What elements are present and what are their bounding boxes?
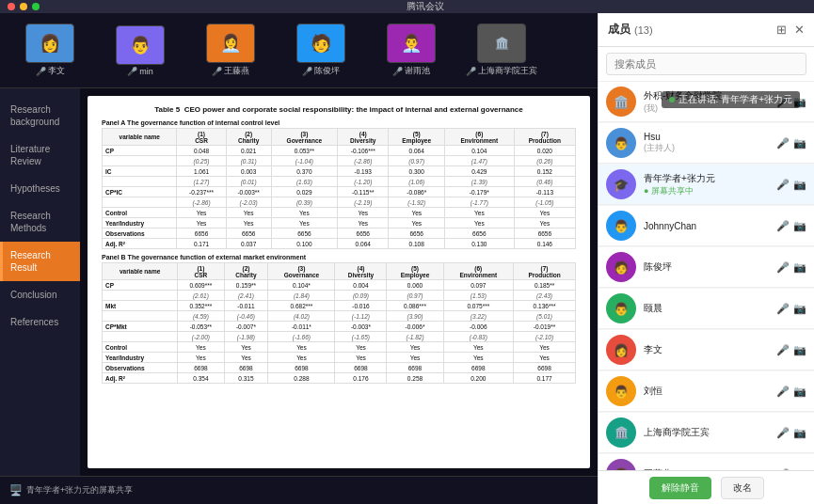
table-row: Year/Industry YesYesYesYesYesYesYes: [103, 218, 576, 228]
minimize-button[interactable]: [20, 3, 27, 10]
screen-share-info: 🖥️ 青年学者+张力元的屏幕共享: [9, 484, 133, 496]
member-name: Hsu: [644, 132, 769, 142]
participant-name: 🎤陈俊坪: [302, 65, 340, 77]
avatar: 👩: [25, 24, 74, 63]
avatar: 👨: [606, 293, 636, 323]
list-item: 👨 颐晨 🎤 📷: [599, 289, 814, 329]
participant-thumb: 👨 🎤min: [98, 25, 183, 76]
list-item: 👨 JohnnyChan 🎤 📷: [599, 206, 814, 246]
sidebar-item-literature[interactable]: Literature Review: [0, 135, 80, 175]
camera-icon: 📷: [793, 220, 806, 232]
unmute-button[interactable]: 解除静音: [649, 477, 711, 499]
close-icon[interactable]: ✕: [794, 23, 805, 37]
sidebar-item-references[interactable]: References: [0, 308, 80, 336]
participant-name: 🎤李文: [36, 65, 65, 77]
col-header: (7)Production: [514, 263, 576, 280]
mic-icon: 🎤: [776, 261, 790, 274]
table-row: (2.61)(2.41)(1.84)(0.09)(0.97)(1.53)(2.4…: [103, 291, 576, 301]
avatar: 👨: [116, 25, 165, 65]
camera-icon: 📷: [793, 386, 806, 398]
avatar: 🏛️: [606, 87, 636, 117]
member-name: 刘恒: [644, 385, 769, 398]
member-name: JohnnyChan: [644, 221, 769, 231]
left-area: 👩 🎤李文 👨 🎤min 👩‍💼 🎤王藤燕 🧑 🎤陈俊坪 👨‍💼 🎤谢雨池: [0, 13, 598, 504]
sidebar-item-conclusion[interactable]: Conclusion: [0, 281, 80, 308]
expand-icon[interactable]: ⊞: [776, 23, 787, 37]
list-item: 👨 刘恒 🎤 📷: [599, 371, 814, 412]
mic-icon: 🎤: [776, 137, 790, 150]
panel-header: 成员 (13) ⊞ ✕: [599, 13, 814, 47]
col-header: (4)Diversity: [335, 263, 387, 280]
active-speaker-banner: 正在讲话: 青年学者+张力元: [662, 91, 800, 108]
member-role: (主持人): [644, 142, 769, 154]
table-row: CP 0.0480.0210.053**-0.106***0.0640.1040…: [103, 146, 576, 156]
col-header: (4)Diversity: [338, 129, 389, 146]
mic-icon: 🎤: [466, 67, 476, 76]
sidebar-item-hypotheses[interactable]: Hypotheses: [0, 175, 80, 202]
mic-icon: 🎤: [776, 386, 790, 398]
member-name: 颐晨: [644, 302, 769, 315]
member-icons: 🎤 📷: [776, 427, 806, 439]
slide-sidebar: Research background Literature Review Hy…: [0, 88, 80, 476]
list-item: 🧑 陈俊坪 🎤 📷: [599, 247, 814, 288]
maximize-button[interactable]: [32, 3, 40, 10]
app-title: 腾讯会议: [44, 0, 806, 13]
mic-icon: 🎤: [776, 303, 790, 315]
camera-icon: 📷: [793, 303, 806, 315]
mic-icon: 🎤: [776, 427, 790, 439]
panel-icons: ⊞ ✕: [776, 23, 805, 37]
sidebar-item-research-bg[interactable]: Research background: [0, 96, 80, 135]
col-header: (3)Governance: [268, 263, 335, 280]
screen-share-icon: 🖥️: [9, 484, 23, 496]
panel-b-table: variable name (1)CSR (2)Charity (3)Gover…: [102, 262, 576, 384]
member-name: 上海商学院王宾: [644, 426, 769, 439]
table-row: Mkt 0.352***-0.0110.682***-0.0160.086***…: [103, 301, 576, 311]
sidebar-item-result[interactable]: Research Result: [0, 242, 80, 281]
col-header: (6)Environment: [443, 263, 514, 280]
member-info: 上海商学院王宾: [644, 426, 769, 439]
list-item: 🎓 青年学者+张力元 ● 屏幕共享中 🎤 📷: [599, 165, 814, 205]
participant-name: 🎤王藤燕: [212, 65, 249, 77]
list-item: 👩 王藤燕 🎤 📷: [599, 454, 814, 470]
close-button[interactable]: [8, 3, 15, 10]
title-bar: 腾讯会议: [0, 0, 814, 13]
active-speaker-text: 正在讲话: 青年学者+张力元: [678, 93, 792, 106]
mic-icon: 🎤: [212, 67, 222, 76]
col-header: (1)CSR: [177, 129, 226, 146]
bottom-controls: 解除静音 改名: [599, 470, 814, 504]
col-header: (3)Governance: [271, 129, 337, 146]
avatar: 👨: [606, 376, 636, 406]
participant-thumb: 🏛️ 🎤上海商学院王宾: [459, 24, 544, 77]
member-icons: 🎤 📷: [776, 261, 806, 274]
col-header: (7)Production: [514, 129, 575, 146]
mic-icon: 🎤: [392, 67, 403, 76]
avatar: 🎓: [606, 169, 636, 199]
participant-name: 🎤上海商学院王宾: [466, 65, 537, 77]
mic-icon: 🎤: [776, 344, 790, 356]
avatar: 🧑: [296, 24, 345, 63]
search-input[interactable]: [606, 53, 806, 75]
table-row: CP*IC -0.237***-0.003**0.029-0.115**-0.0…: [103, 187, 576, 197]
panel-a-table: variable name (1)CSR (2)Charity (3)Gover…: [102, 128, 576, 249]
member-info: Hsu (主持人): [644, 132, 769, 154]
member-info: 陈俊坪: [644, 260, 769, 274]
member-info: 青年学者+张力元 ● 屏幕共享中: [644, 172, 769, 197]
member-role: ● 屏幕共享中: [644, 185, 769, 197]
table-row: (-2.86)(-2.03)(0.39)(-2.19)(-1.92)(-1.77…: [103, 197, 576, 208]
member-icons: 🎤 📷: [776, 386, 806, 398]
col-header: (1)CSR: [178, 263, 224, 280]
member-icons: 🎤 📷: [776, 303, 806, 315]
participants-bar: 👩 🎤李文 👨 🎤min 👩‍💼 🎤王藤燕 🧑 🎤陈俊坪 👨‍💼 🎤谢雨池: [0, 13, 598, 88]
participant-thumb: 👩‍💼 🎤王藤燕: [188, 24, 273, 77]
member-name: 青年学者+张力元: [644, 172, 769, 185]
table-row: IC 1.0610.0030.370-0.1930.3000.4290.152: [103, 166, 576, 177]
bottom-bar: 🖥️ 青年学者+张力元的屏幕共享: [0, 476, 598, 504]
sidebar-item-methods[interactable]: Research Methods: [0, 202, 80, 242]
mic-icon: 🎤: [36, 67, 46, 76]
avatar: 👨: [606, 128, 636, 158]
col-header: (5)Employee: [389, 129, 445, 146]
rename-button[interactable]: 改名: [721, 477, 764, 499]
camera-icon: 📷: [793, 179, 806, 191]
slide-table-title: Table 5 CEO power and corporate social r…: [102, 105, 576, 114]
member-info: 刘恒: [644, 385, 769, 398]
